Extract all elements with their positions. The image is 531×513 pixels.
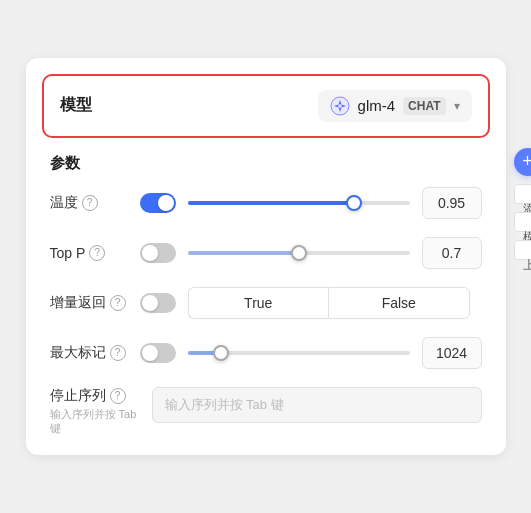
temperature-row: 温度 ? 0.95 <box>50 187 482 219</box>
side-panel: + 添 模 上 <box>514 148 532 260</box>
stream-bool-buttons: True False <box>188 287 470 319</box>
temperature-help-icon[interactable]: ? <box>82 195 98 211</box>
top-p-value[interactable]: 0.7 <box>422 237 482 269</box>
stop-sequence-placeholder: 输入序列并按 Tab 键 <box>165 396 284 414</box>
top-p-row: Top P ? 0.7 <box>50 237 482 269</box>
max-tokens-label: 最大标记 ? <box>50 344 140 362</box>
stream-label: 增量返回 ? <box>50 294 140 312</box>
top-p-slider[interactable] <box>188 243 410 263</box>
stream-toggle[interactable] <box>140 293 176 313</box>
model-name: glm-4 <box>358 97 396 114</box>
model-badge: CHAT <box>403 97 445 115</box>
max-tokens-help-icon[interactable]: ? <box>110 345 126 361</box>
side-label-model: 模 <box>514 212 532 232</box>
stop-sequence-title: 停止序列 ? <box>50 387 140 405</box>
stream-false-button[interactable]: False <box>328 287 470 319</box>
model-section: 模型 glm-4 CHAT ▾ <box>42 74 490 138</box>
temperature-toggle[interactable] <box>140 193 176 213</box>
params-title: 参数 <box>50 154 482 173</box>
temperature-value[interactable]: 0.95 <box>422 187 482 219</box>
stop-sequence-row: 停止序列 ? 输入序列并按 Tab 键 输入序列并按 Tab 键 <box>50 387 482 436</box>
model-selector[interactable]: glm-4 CHAT ▾ <box>318 90 472 122</box>
stream-true-button[interactable]: True <box>188 287 329 319</box>
stream-row: 增量返回 ? True False <box>50 287 482 319</box>
top-p-help-icon[interactable]: ? <box>89 245 105 261</box>
svg-point-1 <box>338 104 342 108</box>
chevron-down-icon: ▾ <box>454 99 460 113</box>
model-section-label: 模型 <box>60 95 92 116</box>
max-tokens-value[interactable]: 1024 <box>422 337 482 369</box>
side-label-upload: 上 <box>514 240 532 260</box>
max-tokens-toggle[interactable] <box>140 343 176 363</box>
model-icon <box>330 96 350 116</box>
max-tokens-slider[interactable] <box>188 343 410 363</box>
temperature-label: 温度 ? <box>50 194 140 212</box>
add-button[interactable]: + <box>514 148 532 176</box>
main-panel: 模型 glm-4 CHAT ▾ + 添 模 上 参数 温度 ? <box>26 58 506 456</box>
max-tokens-row: 最大标记 ? 1024 <box>50 337 482 369</box>
side-label-add: 添 <box>514 184 532 204</box>
top-p-toggle[interactable] <box>140 243 176 263</box>
stop-sequence-input[interactable]: 输入序列并按 Tab 键 <box>152 387 482 423</box>
temperature-slider[interactable] <box>188 193 410 213</box>
top-p-label: Top P ? <box>50 245 140 261</box>
params-section: 参数 温度 ? 0.95 Top P <box>26 138 506 436</box>
stop-sequence-label-block: 停止序列 ? 输入序列并按 Tab 键 <box>50 387 140 436</box>
stop-sequence-sublabel: 输入序列并按 Tab 键 <box>50 407 140 436</box>
stop-sequence-help-icon[interactable]: ? <box>110 388 126 404</box>
stream-help-icon[interactable]: ? <box>110 295 126 311</box>
